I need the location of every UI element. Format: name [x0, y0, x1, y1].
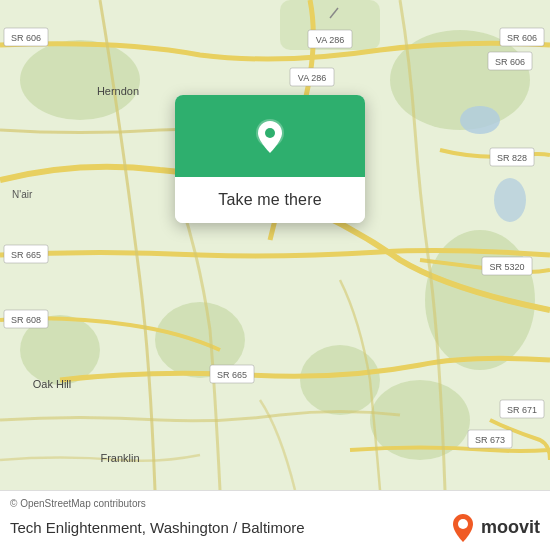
svg-point-41 [265, 128, 275, 138]
bottom-bar: © OpenStreetMap contributors Tech Enligh… [0, 490, 550, 550]
svg-point-10 [494, 178, 526, 222]
svg-text:SR 828: SR 828 [497, 153, 527, 163]
svg-point-9 [460, 106, 500, 134]
svg-text:SR 606: SR 606 [507, 33, 537, 43]
svg-text:SR 671: SR 671 [507, 405, 537, 415]
svg-text:SR 606: SR 606 [11, 33, 41, 43]
svg-text:Franklin: Franklin [100, 452, 139, 464]
svg-text:SR 606: SR 606 [495, 57, 525, 67]
svg-text:Herndon: Herndon [97, 85, 139, 97]
svg-text:VA 286: VA 286 [316, 35, 344, 45]
svg-point-42 [458, 519, 468, 529]
map-svg: SR 606 VA 286 VA 286 SR 606 SR 828 SR 66… [0, 0, 550, 490]
svg-text:SR 665: SR 665 [11, 250, 41, 260]
svg-text:Oak Hill: Oak Hill [33, 378, 72, 390]
svg-point-1 [20, 40, 140, 120]
svg-text:SR 5320: SR 5320 [489, 262, 524, 272]
map: SR 606 VA 286 VA 286 SR 606 SR 828 SR 66… [0, 0, 550, 490]
moovit-pin-icon [449, 512, 477, 544]
svg-text:SR 608: SR 608 [11, 315, 41, 325]
location-row: Tech Enlightenment, Washington / Baltimo… [10, 512, 540, 544]
svg-text:N'air: N'air [12, 189, 33, 200]
take-me-there-button[interactable]: Take me there [175, 177, 365, 223]
popup-card: Take me there [175, 95, 365, 223]
copyright-text: © OpenStreetMap contributors [10, 498, 540, 509]
moovit-brand-text: moovit [481, 517, 540, 538]
popup-green-background [175, 95, 365, 177]
location-pin-icon [248, 115, 292, 159]
svg-text:VA 286: VA 286 [298, 73, 326, 83]
svg-text:SR 673: SR 673 [475, 435, 505, 445]
moovit-logo: moovit [449, 512, 540, 544]
svg-point-5 [300, 345, 380, 415]
location-text: Tech Enlightenment, Washington / Baltimo… [10, 519, 305, 536]
svg-text:SR 665: SR 665 [217, 370, 247, 380]
